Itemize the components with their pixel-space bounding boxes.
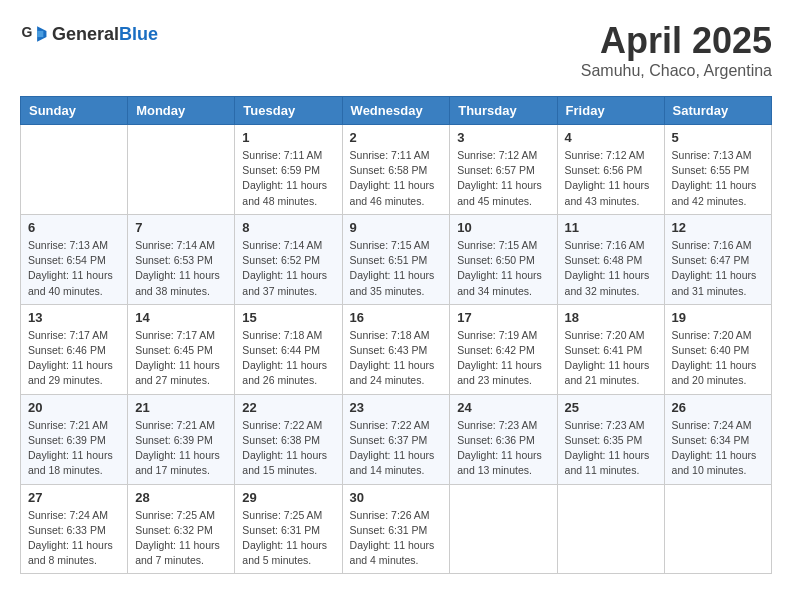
logo-wordmark: GeneralBlue xyxy=(52,24,158,45)
day-number: 19 xyxy=(672,310,764,325)
calendar-cell: 21Sunrise: 7:21 AMSunset: 6:39 PMDayligh… xyxy=(128,394,235,484)
day-info: Sunrise: 7:25 AMSunset: 6:31 PMDaylight:… xyxy=(242,508,334,569)
month-title: April 2025 xyxy=(581,20,772,62)
day-number: 5 xyxy=(672,130,764,145)
day-number: 23 xyxy=(350,400,443,415)
day-number: 29 xyxy=(242,490,334,505)
day-info: Sunrise: 7:13 AMSunset: 6:54 PMDaylight:… xyxy=(28,238,120,299)
day-number: 26 xyxy=(672,400,764,415)
calendar-cell: 11Sunrise: 7:16 AMSunset: 6:48 PMDayligh… xyxy=(557,214,664,304)
calendar-cell xyxy=(128,125,235,215)
day-number: 11 xyxy=(565,220,657,235)
day-number: 22 xyxy=(242,400,334,415)
calendar-cell: 26Sunrise: 7:24 AMSunset: 6:34 PMDayligh… xyxy=(664,394,771,484)
calendar-cell: 4Sunrise: 7:12 AMSunset: 6:56 PMDaylight… xyxy=(557,125,664,215)
calendar-cell: 30Sunrise: 7:26 AMSunset: 6:31 PMDayligh… xyxy=(342,484,450,574)
day-number: 21 xyxy=(135,400,227,415)
day-info: Sunrise: 7:17 AMSunset: 6:46 PMDaylight:… xyxy=(28,328,120,389)
calendar-cell: 20Sunrise: 7:21 AMSunset: 6:39 PMDayligh… xyxy=(21,394,128,484)
calendar-cell: 10Sunrise: 7:15 AMSunset: 6:50 PMDayligh… xyxy=(450,214,557,304)
day-number: 15 xyxy=(242,310,334,325)
calendar-cell: 29Sunrise: 7:25 AMSunset: 6:31 PMDayligh… xyxy=(235,484,342,574)
day-number: 12 xyxy=(672,220,764,235)
calendar-week-3: 13Sunrise: 7:17 AMSunset: 6:46 PMDayligh… xyxy=(21,304,772,394)
calendar-cell: 19Sunrise: 7:20 AMSunset: 6:40 PMDayligh… xyxy=(664,304,771,394)
day-number: 2 xyxy=(350,130,443,145)
day-number: 8 xyxy=(242,220,334,235)
day-info: Sunrise: 7:11 AMSunset: 6:59 PMDaylight:… xyxy=(242,148,334,209)
day-info: Sunrise: 7:23 AMSunset: 6:36 PMDaylight:… xyxy=(457,418,549,479)
calendar-cell: 18Sunrise: 7:20 AMSunset: 6:41 PMDayligh… xyxy=(557,304,664,394)
calendar-cell: 16Sunrise: 7:18 AMSunset: 6:43 PMDayligh… xyxy=(342,304,450,394)
day-info: Sunrise: 7:22 AMSunset: 6:38 PMDaylight:… xyxy=(242,418,334,479)
day-info: Sunrise: 7:22 AMSunset: 6:37 PMDaylight:… xyxy=(350,418,443,479)
calendar-table: SundayMondayTuesdayWednesdayThursdayFrid… xyxy=(20,96,772,574)
calendar-cell: 3Sunrise: 7:12 AMSunset: 6:57 PMDaylight… xyxy=(450,125,557,215)
calendar-cell: 5Sunrise: 7:13 AMSunset: 6:55 PMDaylight… xyxy=(664,125,771,215)
day-info: Sunrise: 7:17 AMSunset: 6:45 PMDaylight:… xyxy=(135,328,227,389)
header: G GeneralBlue April 2025 Samuhu, Chaco, … xyxy=(20,20,772,80)
day-info: Sunrise: 7:21 AMSunset: 6:39 PMDaylight:… xyxy=(28,418,120,479)
calendar-cell: 28Sunrise: 7:25 AMSunset: 6:32 PMDayligh… xyxy=(128,484,235,574)
column-header-sunday: Sunday xyxy=(21,97,128,125)
day-number: 13 xyxy=(28,310,120,325)
day-info: Sunrise: 7:20 AMSunset: 6:41 PMDaylight:… xyxy=(565,328,657,389)
logo-text-general: General xyxy=(52,24,119,44)
day-info: Sunrise: 7:20 AMSunset: 6:40 PMDaylight:… xyxy=(672,328,764,389)
day-info: Sunrise: 7:24 AMSunset: 6:33 PMDaylight:… xyxy=(28,508,120,569)
location-title: Samuhu, Chaco, Argentina xyxy=(581,62,772,80)
day-number: 24 xyxy=(457,400,549,415)
day-number: 17 xyxy=(457,310,549,325)
svg-text:G: G xyxy=(22,24,33,40)
day-number: 28 xyxy=(135,490,227,505)
calendar-week-1: 1Sunrise: 7:11 AMSunset: 6:59 PMDaylight… xyxy=(21,125,772,215)
day-number: 7 xyxy=(135,220,227,235)
column-header-tuesday: Tuesday xyxy=(235,97,342,125)
day-number: 9 xyxy=(350,220,443,235)
calendar-cell: 17Sunrise: 7:19 AMSunset: 6:42 PMDayligh… xyxy=(450,304,557,394)
day-number: 25 xyxy=(565,400,657,415)
calendar-cell: 23Sunrise: 7:22 AMSunset: 6:37 PMDayligh… xyxy=(342,394,450,484)
day-info: Sunrise: 7:18 AMSunset: 6:44 PMDaylight:… xyxy=(242,328,334,389)
calendar-week-5: 27Sunrise: 7:24 AMSunset: 6:33 PMDayligh… xyxy=(21,484,772,574)
column-header-monday: Monday xyxy=(128,97,235,125)
day-number: 20 xyxy=(28,400,120,415)
calendar-week-2: 6Sunrise: 7:13 AMSunset: 6:54 PMDaylight… xyxy=(21,214,772,304)
calendar-cell: 15Sunrise: 7:18 AMSunset: 6:44 PMDayligh… xyxy=(235,304,342,394)
day-info: Sunrise: 7:16 AMSunset: 6:47 PMDaylight:… xyxy=(672,238,764,299)
calendar-header-row: SundayMondayTuesdayWednesdayThursdayFrid… xyxy=(21,97,772,125)
day-info: Sunrise: 7:19 AMSunset: 6:42 PMDaylight:… xyxy=(457,328,549,389)
calendar-cell: 13Sunrise: 7:17 AMSunset: 6:46 PMDayligh… xyxy=(21,304,128,394)
day-number: 4 xyxy=(565,130,657,145)
calendar-cell: 12Sunrise: 7:16 AMSunset: 6:47 PMDayligh… xyxy=(664,214,771,304)
calendar-cell: 27Sunrise: 7:24 AMSunset: 6:33 PMDayligh… xyxy=(21,484,128,574)
calendar-cell: 9Sunrise: 7:15 AMSunset: 6:51 PMDaylight… xyxy=(342,214,450,304)
calendar-week-4: 20Sunrise: 7:21 AMSunset: 6:39 PMDayligh… xyxy=(21,394,772,484)
calendar-cell: 22Sunrise: 7:22 AMSunset: 6:38 PMDayligh… xyxy=(235,394,342,484)
calendar-cell: 14Sunrise: 7:17 AMSunset: 6:45 PMDayligh… xyxy=(128,304,235,394)
day-info: Sunrise: 7:25 AMSunset: 6:32 PMDaylight:… xyxy=(135,508,227,569)
day-info: Sunrise: 7:14 AMSunset: 6:53 PMDaylight:… xyxy=(135,238,227,299)
day-info: Sunrise: 7:24 AMSunset: 6:34 PMDaylight:… xyxy=(672,418,764,479)
calendar-cell: 1Sunrise: 7:11 AMSunset: 6:59 PMDaylight… xyxy=(235,125,342,215)
day-number: 18 xyxy=(565,310,657,325)
day-info: Sunrise: 7:13 AMSunset: 6:55 PMDaylight:… xyxy=(672,148,764,209)
day-info: Sunrise: 7:16 AMSunset: 6:48 PMDaylight:… xyxy=(565,238,657,299)
day-info: Sunrise: 7:18 AMSunset: 6:43 PMDaylight:… xyxy=(350,328,443,389)
calendar-cell xyxy=(21,125,128,215)
title-area: April 2025 Samuhu, Chaco, Argentina xyxy=(581,20,772,80)
day-number: 10 xyxy=(457,220,549,235)
day-info: Sunrise: 7:15 AMSunset: 6:51 PMDaylight:… xyxy=(350,238,443,299)
day-info: Sunrise: 7:12 AMSunset: 6:57 PMDaylight:… xyxy=(457,148,549,209)
day-info: Sunrise: 7:11 AMSunset: 6:58 PMDaylight:… xyxy=(350,148,443,209)
calendar-cell: 24Sunrise: 7:23 AMSunset: 6:36 PMDayligh… xyxy=(450,394,557,484)
column-header-thursday: Thursday xyxy=(450,97,557,125)
day-number: 6 xyxy=(28,220,120,235)
day-info: Sunrise: 7:15 AMSunset: 6:50 PMDaylight:… xyxy=(457,238,549,299)
calendar-cell xyxy=(450,484,557,574)
calendar-cell: 2Sunrise: 7:11 AMSunset: 6:58 PMDaylight… xyxy=(342,125,450,215)
logo-icon: G xyxy=(20,20,48,48)
column-header-wednesday: Wednesday xyxy=(342,97,450,125)
day-number: 16 xyxy=(350,310,443,325)
day-info: Sunrise: 7:14 AMSunset: 6:52 PMDaylight:… xyxy=(242,238,334,299)
